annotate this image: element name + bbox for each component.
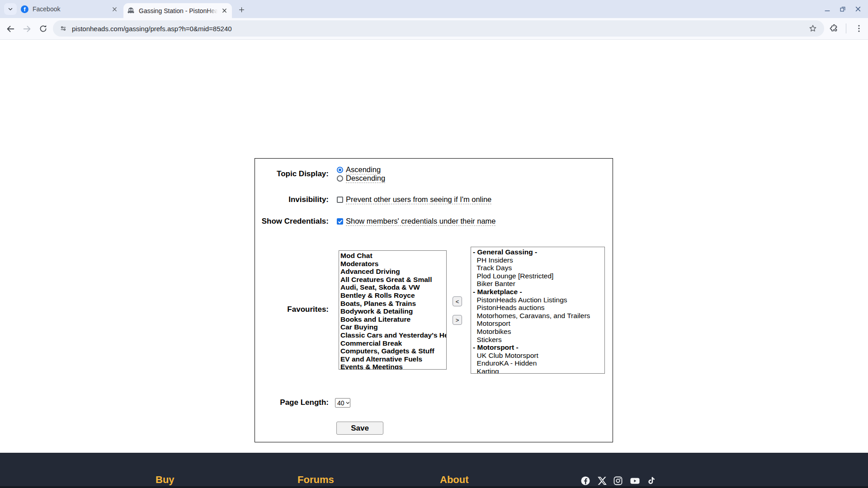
gas-mask-favicon-icon [127,7,135,14]
footer-heading-buy[interactable]: Buy [156,474,175,485]
show-credentials-label: Show Credentials: [255,217,329,226]
list-option[interactable]: Classic Cars and Yesterday's Heroes [340,331,446,339]
minimize-button[interactable] [823,5,831,13]
show-credentials-row[interactable]: Show members' credentials under their na… [337,217,495,226]
close-window-button[interactable] [854,5,862,13]
list-option[interactable]: Commercial Break [340,339,446,347]
list-option[interactable]: Motorbikes [473,328,604,336]
list-option[interactable]: Track Days [473,264,604,272]
instagram-social-link[interactable] [613,476,623,486]
list-option[interactable]: - Motorsport - [473,343,604,352]
star-icon [808,23,818,33]
bookmark-button[interactable] [808,23,818,33]
extensions-button[interactable] [829,23,839,33]
list-option[interactable]: Moderators [340,260,446,268]
move-right-button[interactable]: > [453,315,462,325]
move-left-button[interactable]: < [453,296,462,306]
list-option[interactable]: PH Insiders [473,256,604,264]
facebook-icon [580,476,590,486]
list-option[interactable]: Motorsport [473,319,604,328]
list-option[interactable]: PistonHeads auctions [473,304,604,312]
radio-row-ascending[interactable]: Ascending [337,165,381,174]
chevron-down-icon [7,6,14,12]
forward-button[interactable] [22,23,32,34]
list-option[interactable]: Boats, Planes & Trains [340,300,446,308]
ascending-label[interactable]: Ascending [346,165,381,174]
show-credentials-checkbox[interactable] [337,218,343,225]
list-option[interactable]: Advanced Driving [340,267,446,276]
invisibility-label: Invisibility: [255,195,329,204]
invisibility-checkbox-label[interactable]: Prevent other users from seeing if I'm o… [346,195,491,204]
back-button[interactable] [5,23,15,34]
ascending-radio[interactable] [337,167,343,173]
descending-radio[interactable] [337,175,343,182]
list-option[interactable]: UK Club Motorsport [473,352,604,360]
list-option[interactable]: Mod Chat [340,252,446,260]
window-controls [823,5,862,13]
tiktok-icon [646,476,656,486]
list-option[interactable]: Car Buying [340,323,446,331]
youtube-social-link[interactable] [630,476,640,486]
reload-icon [38,24,48,33]
three-dots-icon [854,23,864,33]
chevron-down-icon [345,400,350,405]
list-option[interactable]: PistonHeads Auction Listings [473,296,604,304]
available-forums-listbox[interactable]: Mod ChatModeratorsAdvanced DrivingAll Cr… [339,250,447,370]
page-length-label: Page Length: [255,398,329,407]
restore-icon [840,6,846,12]
radio-row-descending[interactable]: Descending [337,174,385,183]
close-icon [112,7,117,12]
list-option[interactable]: Biker Banter [473,280,604,288]
back-arrow-icon [5,24,15,34]
tab-facebook[interactable]: f Facebook [17,0,122,18]
tab-gassing-station[interactable]: Gassing Station - PistonHeads [123,3,232,18]
list-option[interactable]: Stickers [473,336,604,344]
page-content: Topic Display: Ascending Descending Invi… [0,40,868,453]
tab-close-button[interactable] [110,5,118,13]
preferences-form: Topic Display: Ascending Descending Invi… [255,158,613,442]
list-option[interactable]: - General Gassing - [473,248,604,256]
list-option[interactable]: Computers, Gadgets & Stuff [340,347,446,355]
tiktok-social-link[interactable] [646,476,656,486]
tab-close-button[interactable] [220,7,228,15]
topic-display-label: Topic Display: [255,169,329,178]
footer-bottom-strip [0,486,868,488]
tab-search-button[interactable] [4,3,17,15]
x-social-link[interactable] [597,476,607,486]
list-option[interactable]: Books and Literature [340,315,446,324]
facebook-social-link[interactable] [580,476,590,486]
browser-window: f Facebook Gassing Station - PistonHeads [0,0,868,488]
url-bar[interactable]: pistonheads.com/gassing/prefs.asp?h=0&mi… [53,20,824,37]
list-option[interactable]: Events & Meetings [340,363,446,370]
x-twitter-icon [597,476,607,486]
list-option[interactable]: EnduroKA - Hidden [473,359,604,367]
new-tab-button[interactable] [236,4,247,15]
footer-heading-about[interactable]: About [440,474,469,485]
instagram-icon [613,476,623,486]
invisibility-checkbox[interactable] [337,197,343,203]
list-option[interactable]: Karting [473,367,604,374]
site-info-button[interactable] [58,23,68,33]
save-button[interactable]: Save [336,422,383,435]
list-option[interactable]: - Marketplace - [473,288,604,296]
invisibility-row[interactable]: Prevent other users from seeing if I'm o… [337,195,491,204]
footer-heading-forums[interactable]: Forums [297,474,334,485]
page-length-select[interactable]: 40 [335,398,350,408]
reload-button[interactable] [38,23,48,34]
list-option[interactable]: Motorhomes, Caravans, and Trailers [473,312,604,320]
list-option[interactable]: Plod Lounge [Restricted] [473,272,604,280]
browser-menu-button[interactable] [854,23,864,33]
list-option[interactable]: Bentley & Rolls Royce [340,291,446,300]
favourites-label: Favourites: [255,305,329,314]
list-option[interactable]: Bodywork & Detailing [340,307,446,315]
restore-button[interactable] [839,5,847,13]
show-credentials-checkbox-label[interactable]: Show members' credentials under their na… [346,217,495,226]
close-icon [855,6,861,12]
list-option[interactable]: All Creatures Great & Small [340,276,446,284]
descending-label[interactable]: Descending [346,174,385,183]
youtube-icon [630,476,640,486]
list-option[interactable]: EV and Alternative Fuels [340,355,446,363]
url-text[interactable]: pistonheads.com/gassing/prefs.asp?h=0&mi… [72,25,232,33]
favourite-forums-listbox[interactable]: - General Gassing - PH Insiders Track Da… [471,247,605,374]
list-option[interactable]: Audi, Seat, Skoda & VW [340,283,446,291]
